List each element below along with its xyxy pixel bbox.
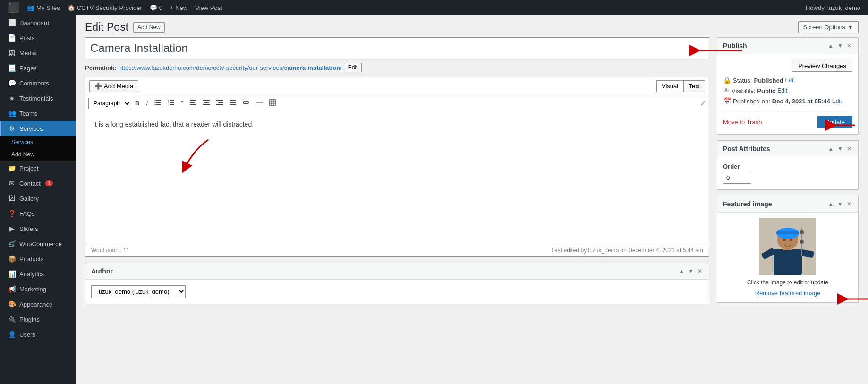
attributes-collapse-down[interactable]: ▼ bbox=[836, 145, 844, 153]
featured-image-controls: ▲ ▼ ✕ bbox=[827, 200, 852, 208]
edit-permalink-button[interactable]: Edit bbox=[344, 63, 362, 72]
featured-image[interactable] bbox=[759, 218, 816, 275]
svg-rect-20 bbox=[218, 102, 223, 103]
sidebar-item-users[interactable]: 👤 Users bbox=[0, 327, 76, 342]
sidebar-item-contact[interactable]: ✉ Contact 1 bbox=[0, 176, 76, 191]
sidebar-item-label: Gallery bbox=[19, 195, 39, 202]
svg-rect-37 bbox=[776, 231, 799, 234]
add-media-button[interactable]: ➕ Add Media bbox=[89, 80, 138, 92]
calendar-icon: 📅 bbox=[723, 97, 731, 105]
submenu-label: Services bbox=[11, 139, 33, 145]
publish-collapse-up[interactable]: ▲ bbox=[827, 42, 834, 50]
visibility-edit-link[interactable]: Edit bbox=[777, 87, 787, 94]
ol-button[interactable]: 123 bbox=[165, 97, 177, 109]
sidebar-item-plugins[interactable]: 🔌 Plugins bbox=[0, 312, 76, 327]
link-button[interactable] bbox=[240, 97, 252, 109]
testimonials-icon: ★ bbox=[7, 94, 17, 102]
submenu-item-services[interactable]: Services bbox=[0, 136, 76, 148]
published-date: Dec 4, 2021 at 05:44 bbox=[772, 98, 830, 105]
publish-close[interactable]: ✕ bbox=[846, 42, 852, 50]
svg-rect-15 bbox=[190, 104, 196, 105]
update-button[interactable]: Update bbox=[817, 116, 852, 128]
sidebar-item-label: Appearance bbox=[19, 301, 52, 308]
table-button[interactable] bbox=[266, 97, 279, 109]
align-justify-button[interactable] bbox=[227, 97, 239, 109]
author-box-close[interactable]: ✕ bbox=[697, 267, 703, 275]
add-new-button[interactable]: Add New bbox=[133, 22, 165, 33]
site-name-item[interactable]: 🏠 CCTV Security Provider bbox=[64, 0, 146, 15]
sidebar-item-gallery[interactable]: 🖼 Gallery bbox=[0, 191, 76, 206]
ul-button[interactable] bbox=[152, 97, 164, 109]
status-edit-link[interactable]: Edit bbox=[785, 77, 795, 84]
featured-image-box: Featured image ▲ ▼ ✕ bbox=[717, 196, 859, 303]
author-box-collapse-down[interactable]: ▼ bbox=[687, 267, 695, 275]
bold-button[interactable]: B bbox=[132, 98, 142, 109]
align-right-button[interactable] bbox=[213, 97, 226, 109]
attributes-collapse-up[interactable]: ▲ bbox=[827, 145, 834, 153]
featured-image-close[interactable]: ✕ bbox=[846, 200, 852, 208]
svg-point-44 bbox=[800, 240, 804, 244]
submenu-item-add-new[interactable]: Add New bbox=[0, 148, 76, 161]
author-select[interactable]: luzuk_demo (luzuk_demo) bbox=[91, 285, 186, 298]
new-item[interactable]: + New bbox=[166, 0, 191, 15]
sidebar-item-comments[interactable]: 💬 Comments bbox=[0, 76, 76, 91]
blockquote-button[interactable]: " bbox=[178, 98, 186, 109]
posts-icon: 📄 bbox=[7, 34, 17, 42]
sidebar-item-faqs[interactable]: ❓ FAQs bbox=[0, 206, 76, 221]
preview-changes-button[interactable]: Preview Changes bbox=[792, 60, 852, 72]
sidebar-item-appearance[interactable]: 🎨 Appearance bbox=[0, 297, 76, 312]
order-input[interactable] bbox=[723, 172, 751, 184]
featured-image-collapse-down[interactable]: ▼ bbox=[836, 200, 844, 208]
sidebar-item-testimonials[interactable]: ★ Testimonials bbox=[0, 91, 76, 106]
author-box-collapse-up[interactable]: ▲ bbox=[678, 267, 685, 275]
sidebar-item-teams[interactable]: 👥 Teams bbox=[0, 106, 76, 121]
featured-image-svg bbox=[759, 218, 816, 275]
my-sites-item[interactable]: 👥 My Sites bbox=[23, 0, 64, 15]
sidebar-item-products[interactable]: 📦 Products bbox=[0, 251, 76, 266]
sidebar-item-services[interactable]: ⚙ Services bbox=[0, 121, 76, 136]
sidebar-item-media[interactable]: 🖼 Media bbox=[0, 45, 76, 60]
word-count-area: Word count: 11 bbox=[91, 247, 129, 254]
align-center-button[interactable] bbox=[200, 97, 213, 109]
publish-collapse-down[interactable]: ▼ bbox=[836, 42, 844, 50]
sidebar-item-dashboard[interactable]: ⬜ Dashboard bbox=[0, 15, 76, 30]
featured-image-caption: Click the image to edit or update bbox=[723, 279, 852, 286]
featured-image-collapse-up[interactable]: ▲ bbox=[827, 200, 834, 208]
move-to-trash-link[interactable]: Move to Trash bbox=[723, 119, 762, 126]
publish-actions: Move to Trash Update bbox=[723, 111, 852, 128]
sidebar-item-pages[interactable]: 📃 Pages bbox=[0, 60, 76, 76]
view-post-item[interactable]: View Post bbox=[191, 0, 226, 15]
post-title-input[interactable] bbox=[85, 37, 709, 59]
align-left-button[interactable] bbox=[187, 97, 199, 109]
sidebar-item-label: Plugins bbox=[19, 316, 40, 323]
more-button[interactable] bbox=[253, 97, 265, 109]
sidebar-item-project[interactable]: 📁 Project bbox=[0, 161, 76, 176]
editor-content[interactable]: It is a long established fact that a rea… bbox=[85, 111, 709, 244]
admin-menu: ⬜ Dashboard 📄 Posts 🖼 Media 📃 Pages 💬 Co… bbox=[0, 15, 76, 384]
expand-button[interactable]: ⤢ bbox=[700, 99, 706, 108]
tab-visual[interactable]: Visual bbox=[656, 80, 683, 92]
svg-point-43 bbox=[800, 230, 804, 234]
sidebar-item-posts[interactable]: 📄 Posts bbox=[0, 30, 76, 45]
tab-text[interactable]: Text bbox=[683, 80, 705, 92]
editor-mode-tabs: Visual Text bbox=[656, 80, 705, 92]
comments-item[interactable]: 💬 0 bbox=[146, 0, 166, 15]
sidebar-item-label: Users bbox=[19, 331, 35, 338]
remove-featured-image-link[interactable]: Remove featured image bbox=[755, 290, 821, 297]
contact-icon: ✉ bbox=[7, 179, 17, 187]
attributes-close[interactable]: ✕ bbox=[846, 145, 852, 153]
italic-button[interactable]: I bbox=[143, 98, 151, 109]
add-media-icon: ➕ bbox=[94, 83, 102, 90]
word-count-value: 11 bbox=[123, 247, 129, 254]
sidebar-item-marketing[interactable]: 📢 Marketing bbox=[0, 282, 76, 297]
sidebar-item-sliders[interactable]: ▶ Sliders bbox=[0, 221, 76, 236]
screen-options-button[interactable]: Screen Options ▼ bbox=[798, 21, 859, 33]
svg-rect-1 bbox=[156, 100, 161, 101]
published-edit-link[interactable]: Edit bbox=[832, 98, 842, 104]
permalink-link[interactable]: https://www.luzukdemo.com/demo/cctv-secu… bbox=[118, 64, 341, 71]
sidebar-item-analytics[interactable]: 📊 Analytics bbox=[0, 266, 76, 282]
dashboard-icon: ⬜ bbox=[7, 19, 17, 26]
sidebar-item-woocommerce[interactable]: 🛒 WooCommerce bbox=[0, 236, 76, 251]
wp-logo-item[interactable]: ⬛ bbox=[4, 0, 23, 15]
paragraph-select[interactable]: Paragraph Heading 1 Heading 2 Heading 3 bbox=[88, 98, 131, 109]
